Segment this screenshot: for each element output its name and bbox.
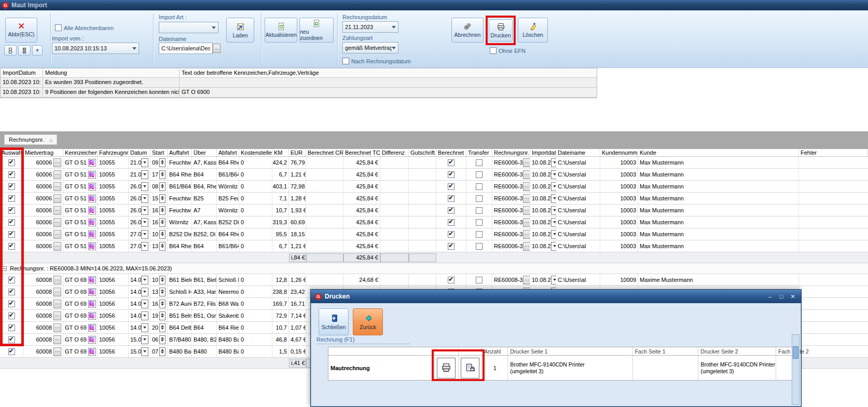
- col-datum[interactable]: Datum: [129, 149, 150, 156]
- datum-dropdown-button[interactable]: [141, 170, 148, 179]
- start-spinner[interactable]: [159, 194, 166, 203]
- col-text[interactable]: Text oder betroffene Kennzeichen,Fahrzeu…: [180, 69, 597, 77]
- grid-row[interactable]: 60006··· GT O 51 10055 27.0 13 B64 Rhei …: [0, 240, 868, 252]
- rechnungsnr-ellipsis-button[interactable]: ···: [523, 170, 530, 179]
- importdat-dropdown-button[interactable]: [551, 276, 556, 284]
- row-select-checkbox[interactable]: [8, 171, 15, 178]
- ohne-efn-checkbox[interactable]: Ohne EFN: [490, 47, 526, 54]
- importdat-dropdown-button[interactable]: [551, 218, 556, 227]
- row-select-checkbox[interactable]: [8, 219, 15, 226]
- berechnet-checkbox[interactable]: [448, 159, 454, 166]
- importdat-dropdown-button[interactable]: [551, 170, 556, 179]
- rechnungsnr-ellipsis-button[interactable]: ···: [523, 242, 530, 251]
- datum-dropdown-button[interactable]: [141, 230, 148, 239]
- col-ueber[interactable]: Über: [192, 149, 217, 156]
- importdat-dropdown-button[interactable]: [551, 230, 556, 239]
- zahlungsart-dropdown[interactable]: gemäß Mietvertrag: [342, 42, 398, 53]
- uncheck-all-button[interactable]: [4, 45, 17, 56]
- transfer-checkbox[interactable]: [476, 243, 483, 250]
- rechnungsnr-ellipsis-button[interactable]: ···: [523, 158, 530, 167]
- datum-dropdown-button[interactable]: [141, 158, 148, 167]
- transfer-checkbox[interactable]: [476, 207, 483, 214]
- datum-dropdown-button[interactable]: [141, 242, 148, 251]
- col-start[interactable]: Start: [150, 149, 168, 156]
- start-spinner[interactable]: [159, 230, 166, 239]
- neu-zuordnen-button[interactable]: neu zuordnen: [299, 18, 334, 43]
- start-spinner[interactable]: [159, 311, 166, 320]
- dialog-scrollbar[interactable]: [792, 334, 800, 405]
- mietvertrag-ellipsis-button[interactable]: ···: [53, 182, 61, 191]
- datum-dropdown-button[interactable]: [141, 335, 148, 344]
- row-select-checkbox[interactable]: [8, 348, 15, 355]
- rechnungsnr-ellipsis-button[interactable]: ···: [523, 182, 530, 191]
- col-kunde[interactable]: Kunde: [638, 149, 799, 156]
- transfer-checkbox[interactable]: [476, 219, 483, 226]
- transfer-checkbox[interactable]: [476, 159, 483, 166]
- close-button[interactable]: ✕: [789, 293, 797, 300]
- grid-row[interactable]: 60006··· GT O 51 10055 26.0 16 Feuchtw A…: [0, 205, 868, 216]
- start-spinner[interactable]: [159, 288, 166, 296]
- col-auswahl[interactable]: Auswahl: [0, 149, 23, 156]
- row-select-checkbox[interactable]: [8, 313, 15, 319]
- col-auffahrt[interactable]: Auffahrt: [168, 149, 192, 156]
- grid-row[interactable]: 60006··· GT O 51 10055 21.0 17 B64 Rhei …: [0, 169, 868, 181]
- berechnet-checkbox[interactable]: [448, 195, 454, 202]
- rechnungsnr-ellipsis-button[interactable]: ···: [523, 206, 530, 215]
- datum-dropdown-button[interactable]: [141, 218, 148, 227]
- mietvertrag-ellipsis-button[interactable]: ···: [53, 347, 61, 356]
- start-spinner[interactable]: [159, 335, 166, 344]
- col-gutschrift[interactable]: Gutschrift: [409, 149, 436, 156]
- berechnet-checkbox[interactable]: [448, 219, 454, 226]
- col-kostenstelle[interactable]: Kostenstelle: [239, 149, 272, 156]
- col-dateiname[interactable]: Dateiname: [556, 149, 600, 156]
- maximize-button[interactable]: □: [777, 293, 786, 300]
- grid-row[interactable]: 60006··· GT O 51 10055 21.0 09 Feuchtw A…: [0, 157, 868, 169]
- col-fahrzeugnr[interactable]: Fahrzeugnr: [98, 149, 129, 156]
- group-chip-rechnungsnr[interactable]: Rechnungsnr. △: [4, 134, 57, 145]
- group2-header-row[interactable]: Rechnungsnr. : RE60008-3 MIN=14.06.2023,…: [0, 263, 868, 274]
- col-transfer[interactable]: Transfer: [466, 149, 492, 156]
- collapse-icon[interactable]: [2, 266, 7, 271]
- mietvertrag-ellipsis-button[interactable]: ···: [53, 242, 61, 251]
- datum-dropdown-button[interactable]: [141, 311, 148, 320]
- col-fehler[interactable]: Fehler: [799, 149, 868, 156]
- start-spinner[interactable]: [159, 300, 166, 308]
- col-eur[interactable]: EUR: [289, 149, 306, 156]
- start-spinner[interactable]: [159, 218, 166, 227]
- datum-dropdown-button[interactable]: [141, 182, 148, 191]
- importdat-dropdown-button[interactable]: [551, 182, 556, 191]
- importdat-dropdown-button[interactable]: [551, 242, 556, 251]
- schliessen-button[interactable]: Schließen: [319, 308, 349, 335]
- mietvertrag-ellipsis-button[interactable]: ···: [53, 335, 61, 344]
- mietvertrag-ellipsis-button[interactable]: ···: [53, 300, 61, 308]
- mietvertrag-ellipsis-button[interactable]: ···: [53, 206, 61, 215]
- message-row[interactable]: 10.08.2023 10: Es wurden 393 Positionen …: [1, 78, 597, 88]
- dateiname-input[interactable]: C:\Users\alena\Desk: [159, 43, 213, 54]
- import-art-dropdown[interactable]: [159, 22, 218, 33]
- row-select-checkbox[interactable]: [8, 183, 15, 190]
- minimize-button[interactable]: –: [766, 293, 774, 300]
- col-mietvertrag[interactable]: Mietvertrag: [23, 149, 63, 156]
- importdat-dropdown-button[interactable]: [551, 206, 556, 215]
- datum-dropdown-button[interactable]: [141, 288, 148, 296]
- print-button[interactable]: [437, 358, 456, 378]
- berechnet-checkbox[interactable]: [448, 243, 454, 250]
- grid-row[interactable]: 60006··· GT O 51 10055 27.0 10 B252 Die …: [0, 228, 868, 240]
- drucken-button[interactable]: Drucken: [489, 19, 513, 42]
- col-importdat[interactable]: Importdat.: [530, 149, 556, 156]
- aktualisieren-button[interactable]: Aktualisieren: [265, 18, 297, 43]
- transfer-checkbox[interactable]: [476, 171, 483, 178]
- datum-dropdown-button[interactable]: [141, 347, 148, 356]
- start-spinner[interactable]: [159, 182, 166, 191]
- abort-button[interactable]: ✕ Abbr(ESC): [5, 18, 37, 43]
- check-all-button[interactable]: [18, 45, 31, 56]
- mietvertrag-ellipsis-button[interactable]: ···: [53, 194, 61, 203]
- datum-dropdown-button[interactable]: [141, 300, 148, 308]
- mietvertrag-ellipsis-button[interactable]: ···: [53, 288, 61, 296]
- datum-dropdown-button[interactable]: [141, 323, 148, 332]
- alle-abrechenbaren-checkbox[interactable]: Alle Abrechenbaren: [55, 24, 114, 31]
- browse-button[interactable]: ...: [213, 44, 221, 53]
- start-spinner[interactable]: [159, 206, 166, 215]
- transfer-checkbox[interactable]: [476, 195, 483, 202]
- grid-row[interactable]: 60008··· GT O 69 10056 14.0 10 B61 Biele…: [0, 274, 868, 286]
